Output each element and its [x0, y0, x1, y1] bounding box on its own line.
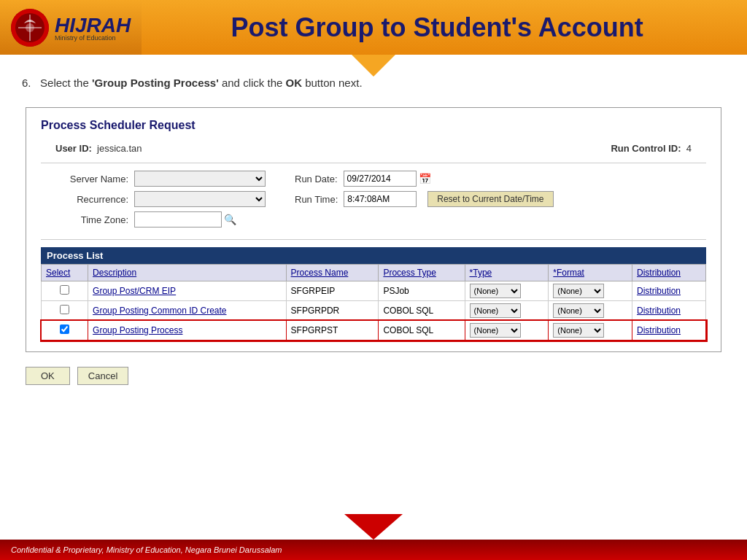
row-checkbox[interactable]: [60, 285, 69, 295]
format-select[interactable]: (None): [553, 323, 604, 338]
table-row: Group Posting Common ID CreateSFPGRPDRCO…: [42, 301, 706, 321]
distribution-link[interactable]: Distribution: [637, 325, 681, 335]
format-select[interactable]: (None): [553, 303, 604, 318]
recurrence-row: Recurrence: Run Time: Reset to Current D…: [41, 191, 706, 207]
header: HIJRAH Ministry of Education Post Group …: [0, 0, 747, 55]
row-format-cell: (None): [549, 301, 632, 321]
instruction-middle: and click the: [219, 77, 286, 89]
row-type-cell: (None): [465, 301, 549, 321]
process-list-header: Process List: [41, 247, 706, 264]
run-time-input[interactable]: [344, 191, 417, 207]
process-table: Select Description Process Name Process …: [41, 264, 706, 341]
row-process-name: SFGRPEIP: [286, 281, 379, 301]
svg-point-4: [26, 23, 34, 32]
row-process-type: COBOL SQL: [379, 321, 465, 341]
main-content: 6. Select the 'Group Posting Process' an…: [0, 55, 747, 400]
ok-button[interactable]: OK: [26, 367, 70, 385]
distribution-link[interactable]: Distribution: [637, 286, 681, 296]
row-type-cell: (None): [465, 321, 549, 341]
bottom-arrow: [344, 514, 403, 540]
instruction-after: button next.: [302, 77, 363, 89]
run-control-item: Run Control ID: 4: [611, 143, 692, 154]
scheduler-box: Process Scheduler Request User ID: jessi…: [26, 107, 721, 352]
button-row: OK Cancel: [22, 367, 725, 385]
distribution-link[interactable]: Distribution: [637, 306, 681, 316]
run-date-group: Run Date: 📅: [295, 171, 431, 187]
description-link[interactable]: Group Post/CRM EIP: [93, 286, 176, 296]
server-name-label: Server Name:: [48, 174, 128, 184]
row-process-type: COBOL SQL: [379, 301, 465, 321]
row-process-name: SFPGRPDR: [286, 301, 379, 321]
instruction-before: Select the: [40, 77, 92, 89]
timezone-input[interactable]: [134, 211, 222, 228]
timezone-row: Time Zone: 🔍: [41, 211, 706, 228]
logo-circle: [11, 9, 49, 47]
logo-text-group: HIJRAH Ministry of Education: [55, 14, 131, 42]
instruction-ok: OK: [285, 77, 302, 89]
row-checkbox-cell: [42, 321, 88, 341]
row-format-cell: (None): [549, 281, 632, 301]
form-fields: Server Name: Run Date: 📅 Recurrence: Run…: [41, 163, 706, 240]
table-row: Group Post/CRM EIPSFGRPEIPPSJob(None)(No…: [42, 281, 706, 301]
run-control-label: Run Control ID:: [611, 143, 681, 154]
table-row: Group Posting ProcessSFPGRPSTCOBOL SQL(N…: [42, 321, 706, 341]
type-select[interactable]: (None): [470, 323, 521, 338]
row-distribution-cell: Distribution: [632, 281, 706, 301]
recurrence-label: Recurrence:: [48, 194, 128, 205]
col-type[interactable]: *Type: [465, 265, 549, 281]
col-format[interactable]: *Format: [549, 265, 632, 281]
description-link[interactable]: Group Posting Common ID Create: [93, 306, 226, 316]
instruction-text: 6. Select the 'Group Posting Process' an…: [22, 77, 725, 89]
col-description[interactable]: Description: [88, 265, 287, 281]
page-title: Post Group to Student's Account: [142, 12, 747, 43]
row-type-cell: (None): [465, 281, 549, 301]
col-distribution[interactable]: Distribution: [632, 265, 706, 281]
run-control-value: 4: [686, 143, 692, 154]
calendar-icon[interactable]: 📅: [419, 173, 431, 184]
col-process-name[interactable]: Process Name: [286, 265, 379, 281]
row-distribution-cell: Distribution: [632, 301, 706, 321]
row-process-name: SFPGRPST: [286, 321, 379, 341]
logo-name: HIJRAH: [55, 14, 131, 37]
timezone-search-icon[interactable]: 🔍: [224, 214, 236, 225]
run-time-label: Run Time:: [295, 194, 338, 205]
user-id-value: jessica.tan: [97, 143, 142, 154]
user-id-label: User ID:: [55, 143, 92, 154]
row-description: Group Posting Process: [88, 321, 287, 341]
recurrence-select[interactable]: [134, 191, 266, 207]
row-process-type: PSJob: [379, 281, 465, 301]
type-select[interactable]: (None): [470, 303, 521, 318]
description-link[interactable]: Group Posting Process: [93, 325, 182, 335]
instruction-bold: 'Group Posting Process': [92, 77, 219, 89]
run-date-label: Run Date:: [295, 174, 338, 184]
server-name-select[interactable]: [134, 171, 266, 187]
scheduler-title: Process Scheduler Request: [41, 119, 706, 132]
footer-bar: Confidential & Proprietary, Ministry of …: [0, 540, 747, 560]
type-select[interactable]: (None): [470, 284, 521, 298]
row-distribution-cell: Distribution: [632, 321, 706, 341]
callout-bubble-top: [352, 55, 395, 77]
row-checkbox[interactable]: [60, 305, 69, 314]
row-description: Group Posting Common ID Create: [88, 301, 287, 321]
row-checkbox[interactable]: [60, 324, 69, 334]
col-process-type[interactable]: Process Type: [379, 265, 465, 281]
run-date-input[interactable]: [344, 171, 417, 187]
bottom-bubble: [0, 514, 747, 540]
table-header-row: Select Description Process Name Process …: [42, 265, 706, 281]
format-select[interactable]: (None): [553, 284, 604, 298]
run-time-group: Run Time: Reset to Current Date/Time: [295, 191, 554, 207]
timezone-label: Time Zone:: [48, 214, 128, 225]
row-checkbox-cell: [42, 301, 88, 321]
bottom-area: Confidential & Proprietary, Ministry of …: [0, 514, 747, 560]
row-description: Group Post/CRM EIP: [88, 281, 287, 301]
instruction-number: 6.: [22, 77, 31, 89]
cancel-button[interactable]: Cancel: [77, 367, 128, 385]
col-select[interactable]: Select: [42, 265, 88, 281]
row-format-cell: (None): [549, 321, 632, 341]
user-id-item: User ID: jessica.tan: [55, 143, 142, 154]
footer-text: Confidential & Proprietary, Ministry of …: [11, 545, 282, 554]
reset-button[interactable]: Reset to Current Date/Time: [427, 191, 553, 207]
row-checkbox-cell: [42, 281, 88, 301]
server-name-row: Server Name: Run Date: 📅: [41, 171, 706, 187]
user-run-row: User ID: jessica.tan Run Control ID: 4: [41, 143, 706, 154]
